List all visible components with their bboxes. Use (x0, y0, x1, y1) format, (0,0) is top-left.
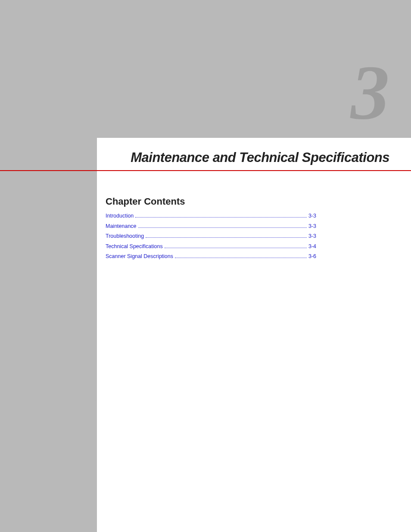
toc-label: Troubleshooting (106, 233, 144, 240)
toc-label: Introduction (106, 212, 134, 220)
toc-label: Maintenance (106, 223, 137, 230)
chapter-title: Maintenance and Technical Specifications (131, 150, 389, 165)
toc-dots (138, 227, 307, 228)
divider-red-horizontal (0, 170, 411, 171)
toc-dots (175, 258, 307, 258)
toc-dots (146, 237, 307, 238)
toc-page: 3-4 (308, 243, 316, 251)
toc-page: 3-3 (308, 212, 316, 220)
toc-row[interactable]: Scanner Signal Descriptions 3-6 (106, 253, 316, 261)
chapter-contents: Chapter Contents Introduction 3-3 Mainte… (106, 196, 316, 263)
decorative-gray-corner (0, 398, 112, 532)
toc-dots (165, 248, 307, 248)
toc-row[interactable]: Technical Specifications 3-4 (106, 243, 316, 251)
toc-label: Scanner Signal Descriptions (106, 253, 173, 261)
chapter-number: 3 (351, 54, 389, 131)
toc-row[interactable]: Troubleshooting 3-3 (106, 233, 316, 240)
toc-row[interactable]: Maintenance 3-3 (106, 223, 316, 230)
toc-page: 3-3 (308, 233, 316, 240)
toc-dots (135, 217, 307, 218)
toc-page: 3-3 (308, 223, 316, 230)
toc-label: Technical Specifications (106, 243, 163, 251)
contents-heading: Chapter Contents (106, 196, 316, 207)
toc-page: 3-6 (308, 253, 316, 261)
toc-row[interactable]: Introduction 3-3 (106, 212, 316, 220)
